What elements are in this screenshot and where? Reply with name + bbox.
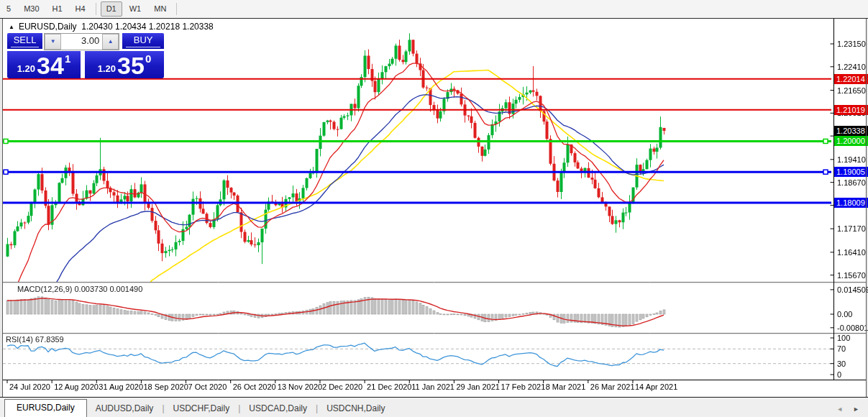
price-axis-tick-label: 1.17170 (837, 224, 866, 233)
sell-underline (11, 47, 39, 47)
price-level-flag: 1.20000 (834, 136, 868, 146)
price-axis-tick-label: 1.22410 (837, 63, 866, 71)
bid-price-prefix: 1.20 (17, 63, 35, 74)
date-axis-label: 11 Jan 2021 (411, 382, 454, 391)
date-axis-label: 24 Jul 2020 (9, 382, 50, 391)
buy-button[interactable]: BUY (122, 33, 164, 49)
date-axis-label: 17 Feb 2021 (501, 382, 546, 391)
date-axis-label: 26 Mar 2021 (590, 382, 635, 391)
ask-price-button[interactable]: 1.20 35 0 (85, 51, 164, 78)
sell-button-label: SELL (14, 35, 37, 45)
bid-price-sup: 1 (65, 52, 70, 65)
buy-underline (126, 47, 160, 47)
rsi-scale-label: 70 (837, 344, 846, 353)
timeframe-button-d1[interactable]: D1 (101, 1, 122, 17)
bid-price-button[interactable]: 1.20 34 1 (7, 51, 81, 78)
rsi-name: RSI(14) (6, 335, 33, 344)
collapse-panel-icon[interactable]: ▲ (9, 24, 14, 30)
price-level-flag: 1.18009 (834, 198, 868, 208)
macd-scale-label: -0.008017 (837, 324, 868, 332)
macd-scale-label: 0.00 (837, 310, 852, 319)
date-axis-label: 14 Apr 2021 (635, 382, 677, 391)
toolbar-separator (96, 3, 96, 15)
price-axis-tick-label: 1.18670 (837, 178, 866, 187)
one-click-trading-panel: SELL ▼ 3.00 ▲ BUY 1.20 34 1 1.20 35 0 (7, 33, 164, 78)
price-axis-tick-label: 1.21650 (837, 86, 866, 95)
rsi-scale-label: 0 (837, 370, 841, 379)
timeframe-toolbar: 5M30H1H4D1W1MN (0, 0, 868, 19)
date-axis-label: 18 Sep 2020 (143, 382, 188, 391)
chart-header: ▲ EURUSD,Daily 1.20430 1.20434 1.20218 1… (9, 22, 214, 32)
ask-price-prefix: 1.20 (98, 63, 116, 74)
symbol-tab-usdcad[interactable]: USDCAD,Daily (240, 400, 316, 417)
bid-price-big: 34 (37, 53, 64, 78)
ask-price-sup: 0 (145, 52, 151, 65)
symbol-tab-usdcnh[interactable]: USDCNH,Daily (318, 400, 393, 417)
timeframe-button-w1[interactable]: W1 (124, 1, 147, 17)
volume-input[interactable]: 3.00 (61, 34, 102, 50)
price-level-flag: 1.19005 (834, 167, 868, 177)
date-axis-label: 26 Oct 2020 (233, 382, 276, 391)
symbol-tab-bar: EURUSD,DailyAUDUSD,Daily|USDCHF,Daily|US… (0, 397, 868, 417)
price-level-flag: 1.20338 (834, 126, 868, 136)
price-level-flag: 1.21019 (834, 105, 868, 115)
macd-scale-label: 0.014509 (837, 285, 868, 294)
ask-price-big: 35 (117, 53, 145, 78)
price-axis-tick-label: 1.23150 (837, 40, 866, 48)
timeframe-button-h1[interactable]: H1 (47, 1, 68, 17)
date-axis-label: 13 Nov 2020 (278, 382, 322, 391)
macd-name: MACD(12,26,9) (17, 285, 72, 293)
date-axis-label: 31 Aug 2020 (99, 382, 143, 391)
volume-decrease-button[interactable]: ▼ (45, 34, 61, 50)
sell-button[interactable]: SELL (7, 33, 42, 49)
rsi-value: 67.8359 (35, 335, 64, 344)
timeframe-button-m30[interactable]: M30 (18, 1, 45, 17)
symbol-tab-audusd[interactable]: AUDUSD,Daily (87, 400, 163, 417)
buy-button-label: BUY (134, 35, 153, 45)
volume-increase-button[interactable]: ▲ (102, 34, 119, 50)
tab-scroll-left-icon[interactable]: ◄ (836, 406, 843, 413)
price-axis-tick-label: 1.15670 (837, 271, 866, 280)
rsi-scale-label: 100 (837, 334, 850, 342)
tab-scroll-right-icon[interactable]: ► (853, 406, 859, 413)
rsi-scale-label: 30 (837, 359, 846, 368)
volume-spinner: ▼ 3.00 ▲ (44, 33, 119, 50)
symbol-tab-usdchf[interactable]: USDCHF,Daily (165, 400, 239, 417)
tab-scroll-controls: ◄► (836, 406, 859, 417)
price-level-flag: 1.22014 (834, 74, 868, 84)
timeframe-button-5[interactable]: 5 (1, 1, 17, 17)
chart-title: EURUSD,Daily 1.20430 1.20434 1.20218 1.2… (19, 22, 214, 32)
macd-values: 0.003730 0.001490 (74, 285, 142, 293)
date-axis-label: 12 Aug 2020 (54, 382, 99, 391)
date-axis-label: 8 Mar 2021 (546, 382, 586, 391)
date-axis-label: 2 Dec 2020 (322, 382, 362, 391)
symbol-tab-eurusd[interactable]: EURUSD,Daily (4, 399, 87, 417)
macd-indicator-label: MACD(12,26,9) 0.003730 0.001490 (17, 285, 142, 293)
date-axis-label: 29 Jan 2021 (456, 382, 500, 391)
price-axis-tick-label: 1.19410 (837, 155, 866, 164)
price-axis-tick-label: 1.16410 (837, 248, 866, 257)
toolbar-separator (176, 3, 177, 15)
timeframe-button-mn[interactable]: MN (148, 1, 172, 17)
timeframe-button-h4[interactable]: H4 (70, 1, 91, 17)
date-axis-label: 21 Dec 2020 (367, 382, 411, 391)
rsi-indicator-label: RSI(14) 67.8359 (6, 335, 64, 344)
date-axis-label: 7 Oct 2020 (188, 382, 227, 391)
